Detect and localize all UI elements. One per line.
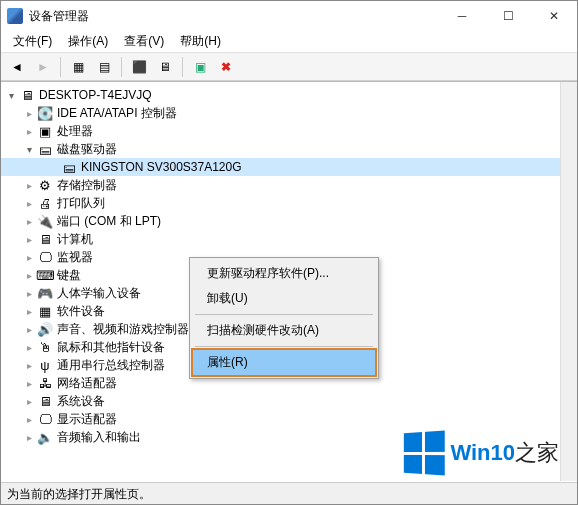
- menubar: 文件(F) 操作(A) 查看(V) 帮助(H): [1, 31, 577, 53]
- node-label: IDE ATA/ATAPI 控制器: [57, 105, 177, 122]
- display-icon: 🖵: [37, 411, 53, 427]
- ctx-separator: [195, 346, 373, 347]
- expand-icon[interactable]: [23, 215, 35, 227]
- expand-icon[interactable]: [5, 89, 17, 101]
- back-button[interactable]: ◄: [5, 56, 29, 78]
- statusbar: 为当前的选择打开属性页。: [1, 482, 577, 504]
- tree-node[interactable]: 💽 IDE ATA/ATAPI 控制器: [1, 104, 560, 122]
- tree-node[interactable]: 🔈 音频输入和输出: [1, 428, 560, 446]
- node-label: 通用串行总线控制器: [57, 357, 165, 374]
- node-label: 网络适配器: [57, 375, 117, 392]
- window-title: 设备管理器: [29, 8, 439, 25]
- node-label: 人体学输入设备: [57, 285, 141, 302]
- expand-icon[interactable]: [23, 359, 35, 371]
- expand-icon[interactable]: [23, 341, 35, 353]
- expand-icon[interactable]: [23, 179, 35, 191]
- monitor-icon: 🖵: [37, 249, 53, 265]
- ctx-uninstall[interactable]: 卸载(U): [193, 286, 375, 311]
- tree-node[interactable]: ⚙ 存储控制器: [1, 176, 560, 194]
- port-icon: 🔌: [37, 213, 53, 229]
- expand-icon[interactable]: [23, 377, 35, 389]
- arrow-left-icon: ◄: [11, 60, 23, 74]
- network-icon: 🖧: [37, 375, 53, 391]
- node-label: 系统设备: [57, 393, 105, 410]
- context-menu: 更新驱动程序软件(P)... 卸载(U) 扫描检测硬件改动(A) 属性(R): [189, 257, 379, 379]
- node-label: 声音、视频和游戏控制器: [57, 321, 189, 338]
- scan-icon: 🖥: [159, 60, 171, 74]
- expand-icon[interactable]: [23, 287, 35, 299]
- mouse-icon: 🖱: [37, 339, 53, 355]
- expand-icon[interactable]: [23, 395, 35, 407]
- tree-node[interactable]: ▣ 处理器: [1, 122, 560, 140]
- tree-node[interactable]: 🖨 打印队列: [1, 194, 560, 212]
- show-hide-button[interactable]: ▦: [66, 56, 90, 78]
- content-area: 🖥 DESKTOP-T4EJVJQ 💽 IDE ATA/ATAPI 控制器 ▣ …: [1, 81, 577, 481]
- vertical-scrollbar[interactable]: [560, 82, 577, 481]
- hid-icon: 🎮: [37, 285, 53, 301]
- expand-icon[interactable]: [23, 251, 35, 263]
- arrow-right-icon: ►: [37, 60, 49, 74]
- node-label: 处理器: [57, 123, 93, 140]
- expand-icon[interactable]: [23, 431, 35, 443]
- tree-node[interactable]: 🖥 计算机: [1, 230, 560, 248]
- audio-icon: 🔊: [37, 321, 53, 337]
- menu-help[interactable]: 帮助(H): [172, 31, 229, 52]
- node-label: 音频输入和输出: [57, 429, 141, 446]
- keyboard-icon: ⌨: [37, 267, 53, 283]
- expand-icon[interactable]: [23, 305, 35, 317]
- tree-node[interactable]: 🔌 端口 (COM 和 LPT): [1, 212, 560, 230]
- system-icon: 🖥: [37, 393, 53, 409]
- uninstall-button[interactable]: ✖: [214, 56, 238, 78]
- menu-file[interactable]: 文件(F): [5, 31, 60, 52]
- node-label: 显示适配器: [57, 411, 117, 428]
- node-label: 存储控制器: [57, 177, 117, 194]
- cpu-icon: ▣: [37, 123, 53, 139]
- tree-node[interactable]: 🖥 系统设备: [1, 392, 560, 410]
- expand-icon[interactable]: [23, 233, 35, 245]
- tree-node[interactable]: 🖵 显示适配器: [1, 410, 560, 428]
- forward-button[interactable]: ►: [31, 56, 55, 78]
- node-label: 软件设备: [57, 303, 105, 320]
- menu-action[interactable]: 操作(A): [60, 31, 116, 52]
- properties-button[interactable]: ▤: [92, 56, 116, 78]
- computer-icon: 🖥: [37, 231, 53, 247]
- computer-icon: 🖥: [19, 87, 35, 103]
- tree-node-kingston[interactable]: 🖴 KINGSTON SV300S37A120G: [1, 158, 560, 176]
- expand-icon[interactable]: [23, 413, 35, 425]
- status-text: 为当前的选择打开属性页。: [7, 487, 151, 501]
- help-button[interactable]: ⬛: [127, 56, 151, 78]
- close-button[interactable]: ✕: [531, 1, 577, 31]
- update-button[interactable]: ▣: [188, 56, 212, 78]
- scan-hw-button[interactable]: 🖥: [153, 56, 177, 78]
- node-label: 监视器: [57, 249, 93, 266]
- titlebar: 设备管理器 ─ ☐ ✕: [1, 1, 577, 31]
- expand-icon[interactable]: [23, 143, 35, 155]
- ctx-separator: [195, 314, 373, 315]
- minimize-button[interactable]: ─: [439, 1, 485, 31]
- expand-icon[interactable]: [23, 125, 35, 137]
- expand-icon[interactable]: [23, 323, 35, 335]
- node-label: 键盘: [57, 267, 81, 284]
- node-label: 计算机: [57, 231, 93, 248]
- app-icon: [7, 8, 23, 24]
- expand-icon[interactable]: [23, 197, 35, 209]
- audio-io-icon: 🔈: [37, 429, 53, 445]
- ctx-properties[interactable]: 属性(R): [193, 350, 375, 375]
- toolbar: ◄ ► ▦ ▤ ⬛ 🖥 ▣ ✖: [1, 53, 577, 81]
- maximize-button[interactable]: ☐: [485, 1, 531, 31]
- root-label: DESKTOP-T4EJVJQ: [39, 88, 151, 102]
- tree-root[interactable]: 🖥 DESKTOP-T4EJVJQ: [1, 86, 560, 104]
- delete-icon: ✖: [221, 60, 231, 74]
- expand-icon[interactable]: [23, 269, 35, 281]
- menu-view[interactable]: 查看(V): [116, 31, 172, 52]
- ide-icon: 💽: [37, 105, 53, 121]
- expand-icon[interactable]: [23, 107, 35, 119]
- ctx-update-driver[interactable]: 更新驱动程序软件(P)...: [193, 261, 375, 286]
- disk-icon: 🖴: [61, 159, 77, 175]
- tree-node-disk-drives[interactable]: 🖴 磁盘驱动器: [1, 140, 560, 158]
- ctx-scan-hardware[interactable]: 扫描检测硬件改动(A): [193, 318, 375, 343]
- node-label: 鼠标和其他指针设备: [57, 339, 165, 356]
- node-label: 磁盘驱动器: [57, 141, 117, 158]
- usb-icon: ψ: [37, 357, 53, 373]
- toolbar-separator: [121, 57, 122, 77]
